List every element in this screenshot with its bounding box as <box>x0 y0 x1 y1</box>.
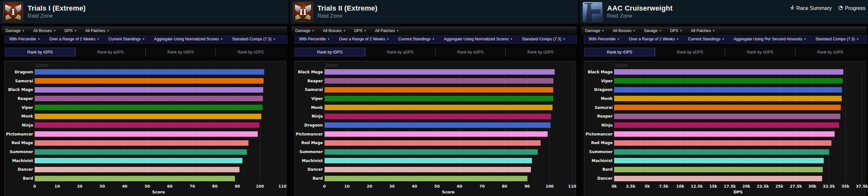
bar-machinist[interactable] <box>35 158 242 163</box>
tab-rank-by-cdps[interactable]: Rank by cDPS <box>215 48 285 56</box>
bar-machinist[interactable] <box>324 158 532 163</box>
filter-all-patches[interactable]: All Patches▾ <box>85 29 109 33</box>
filter-all-patches[interactable]: All Patches▾ <box>375 29 399 33</box>
bar-bard[interactable] <box>35 176 235 181</box>
bar-bard[interactable] <box>324 176 528 181</box>
caret-down-icon: ▾ <box>364 29 366 32</box>
category-label: Reaper <box>308 79 323 83</box>
tab-rank-by-cdps[interactable]: Rank by cDPS <box>505 48 575 56</box>
filter-all-bosses[interactable]: All Bosses▾ <box>323 29 345 33</box>
filter-dps[interactable]: DPS▾ <box>354 29 366 33</box>
tab-rank-by-ndps[interactable]: Rank by nDPS <box>146 48 215 56</box>
filter-over-a-range-of-2-weeks[interactable]: Over a Range of 2 Weeks▾ <box>49 37 99 41</box>
filter-aggregate-using-normalized-scores[interactable]: Aggregate Using Normalized Scores▾ <box>154 37 222 41</box>
filter-savage[interactable]: Savage▾ <box>644 29 661 33</box>
filter-current-standings[interactable]: Current Standings▾ <box>398 37 434 41</box>
filter-damage[interactable]: Damage▾ <box>585 29 603 33</box>
globe-icon <box>838 5 843 11</box>
bar-machinist[interactable] <box>614 158 824 163</box>
bar-reaper[interactable] <box>35 96 263 101</box>
race-summary-button[interactable]: Race Summary <box>790 5 832 11</box>
bar-monk[interactable] <box>35 114 261 119</box>
tab-rank-by-adps[interactable]: Rank by aDPS <box>365 48 435 56</box>
tab-rank-by-adps[interactable]: Rank by aDPS <box>75 48 145 56</box>
bar-summoner[interactable] <box>35 149 247 155</box>
bar-samurai[interactable] <box>35 78 264 84</box>
filter-99th-percentile[interactable]: 99th Percentile▾ <box>9 37 39 41</box>
bar-red-mage[interactable] <box>324 140 540 146</box>
bar-monk[interactable] <box>614 96 842 101</box>
bar-black-mage[interactable] <box>614 69 843 75</box>
tab-rank-by-rdps[interactable]: Rank by rDPS <box>295 48 365 56</box>
bar-summoner[interactable] <box>614 149 829 155</box>
bar-dragoon[interactable] <box>35 69 264 75</box>
tab-rank-by-rdps[interactable]: Rank by rDPS <box>584 48 654 56</box>
filter-dps[interactable]: DPS▾ <box>64 29 76 33</box>
filter-current-standings[interactable]: Current Standings▾ <box>688 37 724 41</box>
bar-viper[interactable] <box>35 105 262 110</box>
tab-rank-by-ndps[interactable]: Rank by nDPS <box>725 48 795 56</box>
filter-damage[interactable]: Damage▾ <box>295 29 314 33</box>
filter-over-a-range-of-2-weeks[interactable]: Over a Range of 2 Weeks▾ <box>629 37 679 41</box>
bar-row <box>614 87 862 92</box>
filter-all-patches[interactable]: All Patches▾ <box>691 29 715 33</box>
bar-ninja[interactable] <box>324 114 551 119</box>
bar-ninja[interactable] <box>614 122 839 128</box>
bar-dragoon[interactable] <box>324 122 551 128</box>
bar-row <box>35 78 282 84</box>
bar-summoner[interactable] <box>324 149 538 155</box>
bar-reaper[interactable] <box>324 78 553 84</box>
bar-row <box>614 176 862 181</box>
filter-label: Standard Comps (7.3) <box>232 37 272 41</box>
rankings-chart: ZoomDragoonSamuraiBlack MageReaperViperM… <box>4 61 286 196</box>
bar-pictomancer[interactable] <box>324 131 548 137</box>
bar-row <box>614 167 862 172</box>
zone-icon <box>583 2 602 22</box>
filter-current-standings[interactable]: Current Standings▾ <box>108 37 145 41</box>
filter-standard-comps-7-3[interactable]: Standard Comps (7.3)▾ <box>232 37 275 41</box>
progress-button[interactable]: Progress <box>838 5 865 11</box>
filter-99th-percentile[interactable]: 99th Percentile▾ <box>299 37 329 41</box>
caret-down-icon: ▾ <box>343 29 345 32</box>
bar-red-mage[interactable] <box>35 140 248 146</box>
filter-over-a-range-of-2-weeks[interactable]: Over a Range of 2 Weeks▾ <box>339 37 389 41</box>
x-axis-title: DPS <box>614 190 862 194</box>
bar-bard[interactable] <box>614 167 823 172</box>
zone-header: II Trials II (Extreme) Raid Zone <box>290 0 579 24</box>
filter-dps[interactable]: DPS▾ <box>670 29 682 33</box>
bar-dancer[interactable] <box>324 167 531 172</box>
filter-damage[interactable]: Damage▾ <box>5 29 24 33</box>
x-tick: 60 <box>457 184 462 189</box>
bar-red-mage[interactable] <box>614 140 831 146</box>
bar-dancer[interactable] <box>35 167 240 172</box>
bar-samurai[interactable] <box>324 87 553 92</box>
filter-aggregate-using-per-second-amounts[interactable]: Aggregate Using Per Second Amounts▾ <box>734 37 806 41</box>
bar-viper[interactable] <box>614 78 843 84</box>
filter-90th-percentile[interactable]: 90th Percentile▾ <box>589 37 619 41</box>
filter-standard-comps-7-3[interactable]: Standard Comps (7.3)▾ <box>815 37 858 41</box>
bar-pictomancer[interactable] <box>614 131 834 137</box>
tab-rank-by-adps[interactable]: Rank by aDPS <box>655 48 725 56</box>
tab-rank-by-cdps[interactable]: Rank by cDPS <box>795 48 865 56</box>
bar-reaper[interactable] <box>614 114 840 119</box>
caret-down-icon: ▾ <box>397 29 399 32</box>
bar-pictomancer[interactable] <box>35 131 258 137</box>
x-tick: 5k <box>645 184 650 189</box>
filter-all-bosses[interactable]: All Bosses▾ <box>33 29 55 33</box>
filter-standard-comps-7-3[interactable]: Standard Comps (7.3)▾ <box>522 37 565 41</box>
bar-samurai[interactable] <box>614 105 841 110</box>
tab-rank-by-ndps[interactable]: Rank by nDPS <box>435 48 505 56</box>
filter-all-bosses[interactable]: All Bosses▾ <box>613 29 635 33</box>
bar-ninja[interactable] <box>35 122 259 128</box>
x-axis-title: Score <box>324 190 572 194</box>
bar-dancer[interactable] <box>614 176 822 181</box>
filter-label: Current Standings <box>108 37 141 41</box>
tab-rank-by-rdps[interactable]: Rank by rDPS <box>5 48 75 56</box>
x-tick: 60 <box>167 184 173 189</box>
bar-dragoon[interactable] <box>614 87 842 92</box>
bar-black-mage[interactable] <box>35 87 263 92</box>
bar-monk[interactable] <box>324 105 553 110</box>
bar-viper[interactable] <box>324 96 553 101</box>
filter-aggregate-using-normalized-scores[interactable]: Aggregate Using Normalized Scores▾ <box>444 37 512 41</box>
bar-black-mage[interactable] <box>324 69 555 75</box>
